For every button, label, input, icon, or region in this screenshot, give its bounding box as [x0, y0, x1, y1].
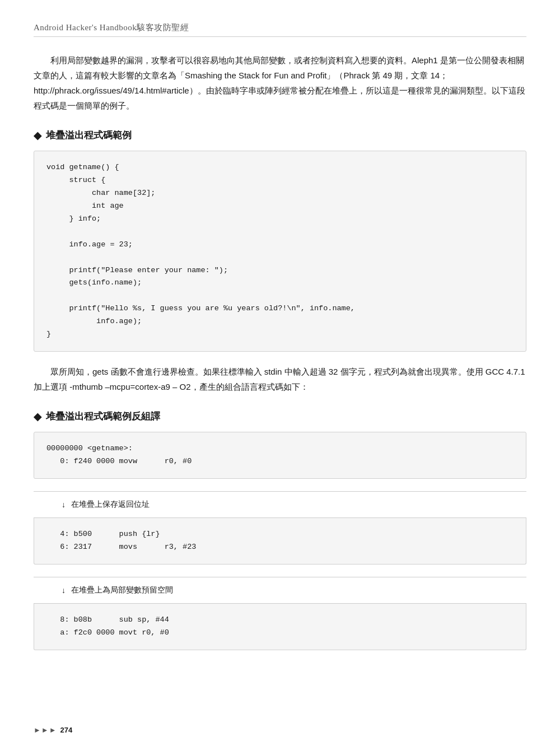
body-paragraph-2: 眾所周知，gets 函數不會進行邊界檢查。如果往標準輸入 stdin 中輸入超過… — [34, 364, 526, 394]
section1-heading-text: 堆疊溢出程式碼範例 — [46, 129, 132, 142]
code-block-3: 4: b500 push {lr} 6: 2317 movs r3, #23 — [34, 518, 526, 565]
section2-heading-text: 堆疊溢出程式碼範例反組譯 — [46, 410, 160, 423]
section1-heading: ◆ 堆疊溢出程式碼範例 — [34, 129, 526, 142]
annotation-section-2: ↓ 在堆疊上為局部變數預留空間 — [34, 577, 526, 604]
annotation-text-1: 在堆疊上保存返回位址 — [71, 500, 150, 510]
footer-arrows: ►►► — [34, 726, 57, 734]
annotation-text-2: 在堆疊上為局部變數預留空間 — [71, 585, 173, 595]
diamond-icon: ◆ — [34, 129, 41, 142]
section2-heading: ◆ 堆疊溢出程式碼範例反組譯 — [34, 410, 526, 423]
code-block-1: void getname() { struct { char name[32];… — [34, 151, 526, 352]
page-header: Android Hacker's Handbook駭客攻防聖經 — [34, 22, 526, 37]
annotation-row-2: ↓ 在堆疊上為局部變數預留空間 — [34, 577, 526, 603]
page-header-title: Android Hacker's Handbook駭客攻防聖經 — [34, 23, 189, 32]
diamond-icon-2: ◆ — [34, 411, 41, 423]
code-block-4: 8: b08b sub sp, #44 a: f2c0 0000 movt r0… — [34, 604, 526, 650]
footer-page-number: 274 — [60, 726, 73, 734]
annotation-row-1: ↓ 在堆疊上保存返回位址 — [34, 492, 526, 517]
annotation-arrow-2: ↓ — [62, 586, 66, 595]
code-block-2: 00000000 <getname>: 0: f240 0000 movw r0… — [34, 432, 526, 479]
annotation-section-1: ↓ 在堆疊上保存返回位址 — [34, 491, 526, 518]
annotation-arrow-1: ↓ — [62, 500, 66, 509]
page-footer: ►►► 274 — [34, 726, 72, 734]
page-container: Android Hacker's Handbook駭客攻防聖經 利用局部變數越界… — [0, 0, 560, 707]
body-paragraph-1: 利用局部變數越界的漏洞，攻擊者可以很容易地向其他局部變數，或者控制資料寫入想要的… — [34, 53, 526, 113]
